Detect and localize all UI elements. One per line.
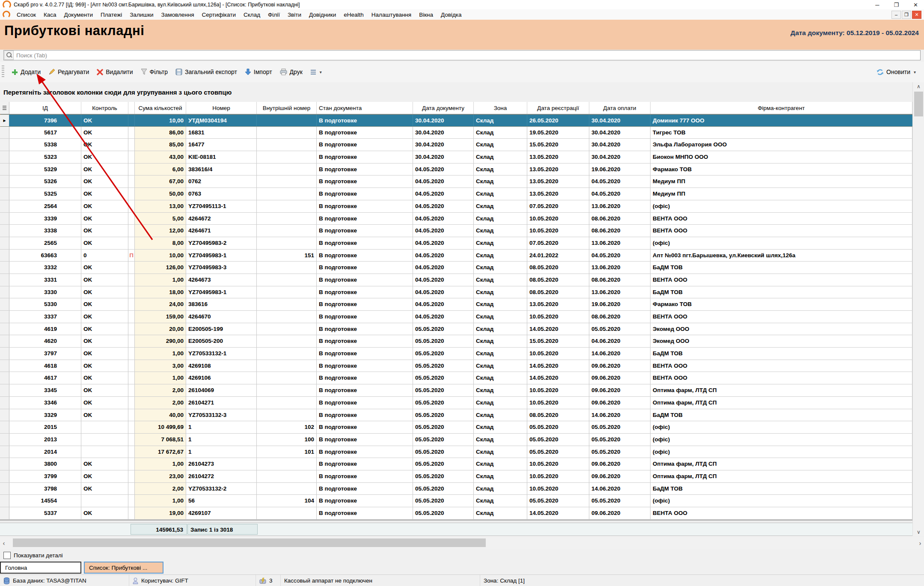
cell-7[interactable]: 04.05.2020	[413, 213, 474, 225]
cell-5[interactable]: 102	[257, 421, 317, 433]
vertical-scrollbar[interactable]: ∧ ∨	[912, 82, 924, 536]
cell-11[interactable]: ВЕНТА ООО	[651, 213, 912, 225]
menu-item-6[interactable]: Сертифікати	[198, 11, 240, 19]
cell-9[interactable]: 05.05.2020	[527, 446, 589, 458]
table-row[interactable]: 3331OK1,004264673В подготовке04.05.2020С…	[0, 274, 912, 286]
cell-9[interactable]: 07.05.2020	[527, 237, 589, 249]
cell-11[interactable]: БаДМ ТОВ	[651, 262, 912, 274]
cell-4[interactable]: 26104271	[186, 397, 257, 409]
cell-2[interactable]	[128, 372, 135, 384]
cell-8[interactable]: Склад	[474, 507, 527, 519]
print-button[interactable]: Друк	[276, 66, 306, 77]
cell-8[interactable]: Склад	[474, 200, 527, 212]
cell-1[interactable]: OK	[81, 397, 128, 409]
row-selector[interactable]	[0, 384, 9, 396]
cell-8[interactable]: Склад	[474, 188, 527, 200]
cell-9[interactable]: 14.05.2020	[527, 372, 589, 384]
cell-8[interactable]: Склад	[474, 311, 527, 323]
cell-2[interactable]	[128, 335, 135, 347]
cell-1[interactable]: OK	[81, 311, 128, 323]
cell-3[interactable]: 290,00	[135, 335, 186, 347]
cell-11[interactable]: Экомед ООО	[651, 335, 912, 347]
cell-3[interactable]: 2,00	[135, 384, 186, 396]
cell-5[interactable]	[257, 397, 317, 409]
cell-7[interactable]: 05.05.2020	[413, 335, 474, 347]
cell-11[interactable]: Доминик 777 ООО	[651, 115, 912, 126]
menu-item-1[interactable]: Каса	[40, 11, 60, 19]
column-header-4[interactable]: Номер	[186, 102, 257, 114]
cell-3[interactable]: 10 499,69	[135, 421, 186, 433]
cell-8[interactable]: Склад	[474, 225, 527, 237]
cell-1[interactable]: OK	[81, 372, 128, 384]
cell-6[interactable]: В подготовке	[317, 483, 413, 495]
cell-0[interactable]: 5329	[9, 164, 81, 176]
row-selector[interactable]	[0, 348, 9, 360]
cell-9[interactable]: 05.05.2020	[527, 434, 589, 446]
horizontal-scroll-thumb[interactable]	[13, 538, 486, 547]
cell-5[interactable]	[257, 323, 317, 335]
cell-11[interactable]: Оптима фарм, ЛТД СП	[651, 458, 912, 470]
cell-10[interactable]: 08.06.2020	[589, 274, 651, 286]
cell-1[interactable]	[81, 446, 128, 458]
cell-6[interactable]: В подготовке	[317, 348, 413, 360]
cell-8[interactable]: Склад	[474, 213, 527, 225]
cell-4[interactable]: YZ70495983-1	[186, 250, 257, 262]
cell-2[interactable]	[128, 237, 135, 249]
cell-9[interactable]: 26.05.2020	[527, 115, 589, 126]
cell-2[interactable]	[128, 409, 135, 421]
cell-2[interactable]	[128, 139, 135, 151]
cell-5[interactable]	[257, 139, 317, 151]
column-header-0[interactable]: ІД	[9, 102, 81, 114]
table-row[interactable]: 20137 068,511100В подготовке05.05.2020Ск…	[0, 434, 912, 446]
cell-2[interactable]	[128, 421, 135, 433]
cell-2[interactable]	[128, 225, 135, 237]
row-selector[interactable]	[0, 409, 9, 421]
cell-8[interactable]: Склад	[474, 335, 527, 347]
cell-7[interactable]: 04.05.2020	[413, 188, 474, 200]
cell-11[interactable]: БаДМ ТОВ	[651, 483, 912, 495]
cell-8[interactable]: Склад	[474, 274, 527, 286]
scroll-left-icon[interactable]: ‹	[0, 537, 8, 549]
delete-button[interactable]: Видалити	[93, 66, 137, 77]
close-icon[interactable]: ✕	[913, 2, 918, 8]
cell-7[interactable]: 04.05.2020	[413, 237, 474, 249]
cell-2[interactable]	[128, 483, 135, 495]
cell-4[interactable]: 4264671	[186, 225, 257, 237]
cell-9[interactable]: 10.05.2020	[527, 458, 589, 470]
menu-item-0[interactable]: Список	[13, 11, 40, 19]
mdi-minimize-icon[interactable]: –	[891, 11, 901, 19]
row-selector[interactable]	[0, 151, 9, 163]
menu-item-3[interactable]: Платежі	[97, 11, 126, 19]
cell-7[interactable]: 30.04.2020	[413, 139, 474, 151]
cell-1[interactable]: OK	[81, 360, 128, 372]
cell-2[interactable]	[128, 274, 135, 286]
cell-5[interactable]	[257, 384, 317, 396]
cell-4[interactable]: 16831	[186, 127, 257, 139]
cell-11[interactable]: ВЕНТА ООО	[651, 360, 912, 372]
cell-10[interactable]: 04.05.2020	[589, 176, 651, 187]
cell-2[interactable]	[128, 495, 135, 507]
cell-8[interactable]: Склад	[474, 250, 527, 262]
cell-10[interactable]: 04.06.2020	[589, 335, 651, 347]
cell-2[interactable]: П	[128, 250, 135, 262]
cell-4[interactable]: 56	[186, 495, 257, 507]
cell-11[interactable]: БаДМ ТОВ	[651, 348, 912, 360]
cell-11[interactable]: ВЕНТА ООО	[651, 274, 912, 286]
menu-item-10[interactable]: Довідники	[305, 11, 340, 19]
cell-10[interactable]: 09.06.2020	[589, 397, 651, 409]
cell-2[interactable]	[128, 200, 135, 212]
cell-7[interactable]: 05.05.2020	[413, 360, 474, 372]
cell-0[interactable]: 4617	[9, 372, 81, 384]
cell-3[interactable]: 1,00	[135, 458, 186, 470]
cell-6[interactable]: В подготовке	[317, 384, 413, 396]
cell-5[interactable]	[257, 115, 317, 126]
cell-4[interactable]: 1	[186, 421, 257, 433]
cell-2[interactable]	[128, 360, 135, 372]
table-row[interactable]: 5617OK86,0016831В подготовке30.04.2020Ск…	[0, 127, 912, 139]
cell-5[interactable]: 151	[257, 250, 317, 262]
cell-8[interactable]: Склад	[474, 164, 527, 176]
cell-1[interactable]: OK	[81, 115, 128, 126]
row-selector[interactable]	[0, 434, 9, 446]
cell-5[interactable]	[257, 164, 317, 176]
cell-11[interactable]: Оптима фарм, ЛТД СП	[651, 470, 912, 482]
